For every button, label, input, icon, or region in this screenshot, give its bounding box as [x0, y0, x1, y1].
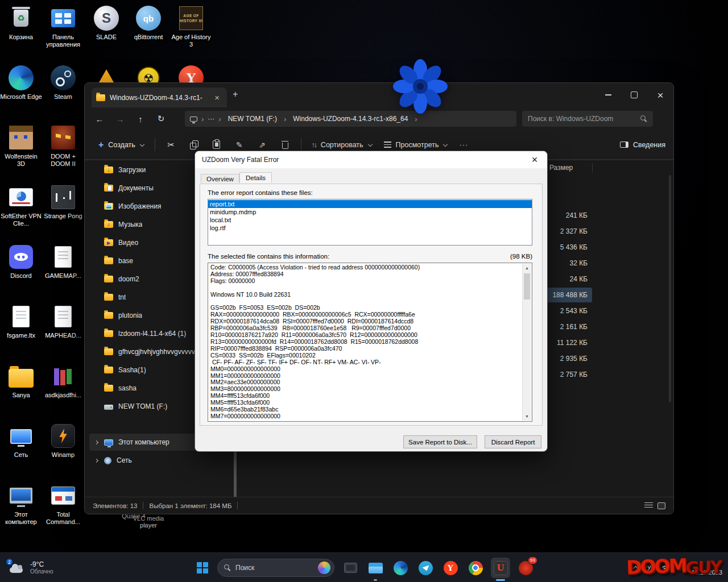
- navigation-bar: ··· NEW TOM1 (F:) Windows-UZDoom-4.14.3-…: [85, 107, 673, 130]
- chevron-down-icon: [368, 143, 373, 147]
- list-item[interactable]: local.txt: [208, 216, 532, 224]
- file-explorer-icon: [369, 563, 383, 573]
- desktop-icon-qbittorrent[interactable]: qBittorrent: [127, 5, 169, 41]
- taskbar-telegram[interactable]: [413, 553, 438, 582]
- breadcrumb-drive[interactable]: NEW TOM1 (F:): [225, 113, 280, 124]
- expand-chevron-icon[interactable]: [94, 440, 98, 444]
- report-files-listbox[interactable]: report.txt minidump.mdmp local.txt log.r…: [208, 199, 532, 246]
- desktop-icon-gamemap[interactable]: GAMEMAP...: [42, 243, 84, 280]
- minimize-button[interactable]: [595, 84, 621, 106]
- report-text-box[interactable]: Code: C0000005 (Access Violation - tried…: [208, 263, 532, 422]
- up-button[interactable]: [130, 110, 151, 128]
- discard-report-button[interactable]: Discard Report: [485, 435, 541, 448]
- tab-overview[interactable]: Overview: [201, 174, 239, 183]
- tab-close-icon[interactable]: [212, 93, 222, 103]
- desktop-icon-maphead[interactable]: MAPHEAD...: [42, 303, 84, 339]
- details-pane-button[interactable]: Сведения: [620, 141, 665, 149]
- maximize-button[interactable]: [621, 84, 647, 106]
- thumbnail-view-icon[interactable]: [657, 502, 665, 509]
- desktop-icon-age-of-history[interactable]: Age of History 3: [170, 5, 212, 48]
- breadcrumb-chevron-icon: [284, 115, 286, 123]
- desktop-icon-recycle-bin[interactable]: Корзина: [0, 5, 42, 41]
- recycle-bin-icon: [7, 5, 35, 32]
- search-box[interactable]: Поиск в: Windows-UZDoom: [522, 111, 653, 127]
- tray-date[interactable]: 10.11.2023: [692, 560, 722, 576]
- desktop-icon-control-panel[interactable]: Панель управления: [42, 5, 84, 48]
- taskbar-uzdoom[interactable]: [488, 553, 513, 582]
- windows-logo-icon: [197, 562, 208, 573]
- sidebar-item-label: sasha: [118, 384, 136, 392]
- taskbar-app-with-badge[interactable]: 93: [513, 553, 538, 582]
- winamp-icon: [49, 422, 77, 450]
- desktop-icon-this-pc[interactable]: Этот компьютер: [0, 482, 42, 526]
- taskbar-app-window[interactable]: [338, 553, 363, 582]
- volume-icon[interactable]: [676, 564, 685, 572]
- desktop-icon-sanya[interactable]: Sanya: [0, 363, 42, 399]
- explorer-tab[interactable]: Windows-UZDoom-4.14.3-rc1-: [92, 88, 227, 107]
- back-button[interactable]: [89, 110, 110, 128]
- breadcrumb-ellipsis[interactable]: ···: [208, 115, 214, 123]
- desktop-icon-doom[interactable]: DOOM + DOOM II: [42, 124, 84, 168]
- qbittorrent-icon: [135, 5, 162, 32]
- folder-icon: [7, 363, 35, 390]
- desktop-icon-vlc[interactable]: VLC media player: [126, 515, 171, 529]
- cut-button[interactable]: [160, 135, 183, 155]
- doom-icon: [49, 124, 77, 151]
- breadcrumb-folder[interactable]: Windows-UZDoom-4.14.3-rc1-x86_64: [290, 113, 411, 124]
- desktop-icon-winrar-archive[interactable]: asdkjasdfhi...: [42, 363, 84, 399]
- taskbar-chrome[interactable]: [463, 553, 488, 582]
- list-view-icon[interactable]: [644, 502, 653, 509]
- dialog-scrollbar[interactable]: [522, 264, 531, 421]
- language-indicator[interactable]: РУС: [643, 564, 656, 571]
- column-separator[interactable]: [592, 163, 593, 173]
- dialog-title: UZDoom Very Fatal Error: [202, 156, 279, 164]
- taskbar-file-explorer[interactable]: [363, 553, 388, 582]
- window-titlebar[interactable]: Windows-UZDoom-4.14.3-rc1-: [85, 83, 673, 107]
- dialog-titlebar[interactable]: UZDoom Very Fatal Error: [195, 151, 547, 168]
- list-item-selected[interactable]: report.txt: [208, 200, 532, 208]
- hidden-icons-chevron-icon[interactable]: [632, 566, 638, 572]
- file-list-scrollbar[interactable]: [669, 175, 671, 402]
- forward-button[interactable]: [110, 110, 130, 128]
- desktop-icon-total-commander[interactable]: Total Command...: [42, 482, 84, 526]
- taskbar-search[interactable]: Поиск: [217, 559, 334, 577]
- desktop-icon-slade[interactable]: SLADE: [85, 5, 127, 41]
- list-item[interactable]: log.rtf: [208, 224, 532, 232]
- desktop-icon-edge[interactable]: Microsoft Edge: [0, 64, 42, 101]
- scroll-down-icon[interactable]: [523, 412, 531, 421]
- column-header-size[interactable]: Размер: [549, 164, 573, 172]
- wifi-icon[interactable]: [661, 564, 671, 572]
- age-of-history-icon: [177, 5, 205, 32]
- new-button[interactable]: Создать: [93, 135, 150, 155]
- desktop-icon-discord[interactable]: Discord: [0, 243, 42, 280]
- desktop-icon-network[interactable]: Сеть: [0, 422, 42, 459]
- dialog-close-button[interactable]: [522, 151, 547, 168]
- desktop-icon-strange-pong[interactable]: Strange Pong: [42, 184, 84, 220]
- desktop-icon-softether[interactable]: SoftEther VPN Clie...: [0, 184, 42, 227]
- taskbar-edge[interactable]: [388, 553, 413, 582]
- softether-icon: [7, 184, 35, 211]
- address-bar[interactable]: ··· NEW TOM1 (F:) Windows-UZDoom-4.14.3-…: [185, 111, 516, 127]
- folder-icon: [104, 348, 113, 355]
- scroll-up-icon[interactable]: [523, 264, 531, 272]
- start-button[interactable]: [191, 553, 214, 582]
- desktop-icon-steam[interactable]: Steam: [42, 64, 84, 101]
- desktop-icon-fsgame[interactable]: fsgame.ltx: [0, 303, 42, 339]
- error-report-text[interactable]: Code: C0000005 (Access Violation - tried…: [210, 264, 519, 420]
- new-tab-button[interactable]: [233, 89, 238, 99]
- taskbar-yandex[interactable]: [438, 553, 463, 582]
- tab-details[interactable]: Details: [239, 172, 272, 183]
- refresh-button[interactable]: [151, 110, 171, 128]
- file-size: 32 КБ: [569, 259, 588, 267]
- close-button[interactable]: [647, 84, 673, 106]
- weather-widget[interactable]: 2 -9°C Облачно: [2, 553, 59, 582]
- save-report-button[interactable]: Save Report to Disk...: [403, 435, 477, 448]
- scrollbar-thumb[interactable]: [524, 273, 530, 300]
- sidebar-item-network[interactable]: Сеть: [89, 452, 233, 469]
- list-item[interactable]: minidump.mdmp: [208, 208, 532, 216]
- desktop-icon-wolfenstein[interactable]: Wolfenstein 3D: [0, 124, 42, 168]
- expand-chevron-icon[interactable]: [94, 458, 98, 462]
- dialog-panel: The error report contains these files: r…: [200, 184, 543, 426]
- dialog-tabs: Overview Details: [201, 172, 272, 183]
- desktop-icon-winamp[interactable]: Winamp: [42, 422, 84, 459]
